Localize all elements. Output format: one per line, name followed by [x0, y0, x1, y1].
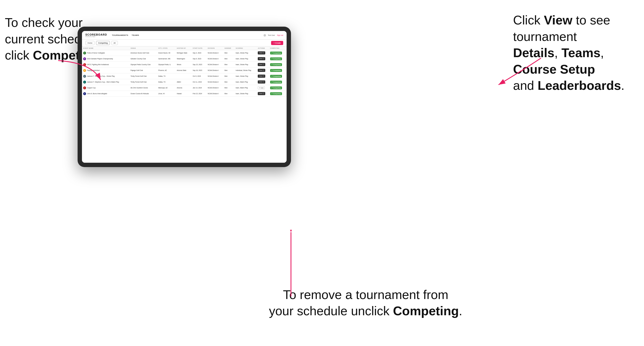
competing-badge[interactable]: ✓ Competing	[270, 69, 282, 72]
tablet-screen: SCOREBOARD Powered by clippd TOURNAMENTS…	[82, 31, 286, 163]
cell-actions[interactable]: View ⓘ	[256, 68, 269, 73]
cell-city-state: Phoenix, AZ	[157, 68, 176, 73]
cell-scoring: team, Stroke Play	[234, 62, 256, 68]
cell-city-state: Dallas, TX	[157, 73, 176, 79]
user-name: Test User	[268, 34, 275, 36]
competing-badge[interactable]: ✓ Competing	[270, 63, 282, 66]
cell-gender: Men	[223, 73, 234, 79]
cell-competing[interactable]: ✓ Competing	[269, 62, 286, 68]
event-name-text: OFCC Fighting Illini Invitational	[87, 64, 109, 65]
filter-competing[interactable]: Competing	[96, 41, 110, 45]
create-button[interactable]: + Create	[271, 41, 283, 45]
user-icon	[264, 34, 266, 36]
cell-actions[interactable]: View ⓘ	[256, 56, 269, 62]
team-logo: F	[83, 52, 86, 54]
cell-hosted-by: Hawaii	[176, 91, 191, 97]
view-button[interactable]: View ⓘ	[258, 57, 265, 60]
cell-competing[interactable]: ✓ Competing	[269, 68, 286, 73]
cell-city-state: Olympia Fields, IL	[157, 62, 176, 68]
cell-start-date: Sep 18, 2023	[192, 68, 206, 73]
cell-scoring: team, Match Play	[234, 85, 256, 91]
cell-venue: Sahalee Country Club	[129, 56, 157, 62]
col-city-state: CITY, STATE	[157, 46, 176, 50]
view-button[interactable]: View ⓘ	[258, 51, 265, 54]
cell-actions[interactable]: View ⓘ	[256, 79, 269, 85]
cell-gender: Men	[223, 85, 234, 91]
cell-scoring: team, Match Play	[234, 79, 256, 85]
table-row: A Copper Cup Ak-Chin Southern DunesMaric…	[82, 85, 286, 91]
table-row: J Jackson T. Stephens Cup – Men's Match …	[82, 79, 286, 85]
view-button[interactable]: View ⓘ	[258, 80, 265, 84]
event-name-text: Papago Individual	[87, 69, 100, 71]
team-logo: A	[83, 86, 86, 89]
cell-actions[interactable]: ✏ Edit	[256, 85, 269, 91]
cell-hosted-by: ABAC	[176, 79, 191, 85]
logo-subtitle: Powered by clippd	[85, 36, 107, 37]
filter-home[interactable]: Home	[85, 41, 94, 45]
nav-teams[interactable]: TEAMS	[132, 34, 139, 36]
col-actions: ACTIONS	[256, 46, 269, 50]
competing-badge[interactable]: ✓ Competing	[270, 86, 282, 89]
filter-all[interactable]: All	[111, 41, 118, 45]
cell-hosted-by	[176, 73, 191, 79]
cell-division: NCAA Division I	[206, 62, 223, 68]
cell-scoring: team, Stroke Play	[234, 91, 256, 97]
cell-actions[interactable]: View ⓘ	[256, 50, 269, 56]
competing-badge[interactable]: ✓ Competing	[270, 57, 282, 60]
cell-event-name: J Jackson T. Stephens Cup – Stroke Play	[82, 73, 129, 79]
cell-venue: Papago Golf Club	[129, 68, 157, 73]
cell-competing[interactable]: ✓ Competing	[269, 91, 286, 97]
competing-badge[interactable]: ✓ Competing	[270, 52, 282, 54]
col-gender: GENDER	[223, 46, 234, 50]
table-body: F Folds of Honor Collegiate American Dun…	[82, 50, 286, 97]
cell-division: NCAA Division I	[206, 85, 223, 91]
tablet: SCOREBOARD Powered by clippd TOURNAMENTS…	[78, 27, 291, 167]
cell-actions[interactable]: View ⓘ	[256, 91, 269, 97]
nav-tournaments[interactable]: TOURNAMENTS	[112, 34, 128, 36]
cell-division: NCAA Division I	[206, 91, 223, 97]
cell-city-state: Sammamish, WA	[157, 56, 176, 62]
cell-event-name: W 2023 Sahalee Players Championship	[82, 56, 129, 62]
cell-hosted-by: Arizona	[176, 85, 191, 91]
cell-start-date: Sep 15, 2023	[192, 62, 206, 68]
table-row: P Papago Individual Papago Golf ClubPhoe…	[82, 68, 286, 73]
cell-scoring: team, Stroke Play	[234, 73, 256, 79]
cell-venue: Trinity Forest Golf Club	[129, 79, 157, 85]
cell-start-date: Sep 4, 2023	[192, 50, 206, 56]
competing-badge[interactable]: ✓ Competing	[270, 81, 282, 84]
cell-actions[interactable]: View ⓘ	[256, 73, 269, 79]
competing-badge[interactable]: ✓ Competing	[270, 75, 282, 78]
view-button[interactable]: View ⓘ	[258, 75, 265, 78]
cell-competing[interactable]: ✓ Competing	[269, 50, 286, 56]
event-name-text: Copper Cup	[87, 87, 96, 89]
logo-title: SCOREBOARD	[85, 33, 107, 36]
cell-start-date: Sep 9, 2023	[192, 56, 206, 62]
view-button[interactable]: View ⓘ	[258, 92, 265, 95]
event-name-text: Folds of Honor Collegiate	[87, 52, 105, 54]
cell-event-name: F Folds of Honor Collegiate	[82, 50, 129, 56]
cell-competing[interactable]: ✓ Competing	[269, 79, 286, 85]
table-header-row: EVENT NAME VENUE CITY, STATE HOSTED BY S…	[82, 46, 286, 50]
cell-venue: American Dunes Golf Club	[129, 50, 157, 56]
view-button[interactable]: View ⓘ	[258, 63, 265, 66]
table-row: I OFCC Fighting Illini Invitational Olym…	[82, 62, 286, 68]
edit-button[interactable]: ✏ Edit	[258, 86, 265, 89]
cell-start-date: Jan 14, 2024	[192, 85, 206, 91]
view-button[interactable]: View ⓘ	[258, 69, 265, 72]
competing-badge[interactable]: ✓ Competing	[270, 92, 282, 95]
cell-division: NCAA Division I	[206, 50, 223, 56]
col-division: DIVISION	[206, 46, 223, 50]
event-name-text: 2023 Sahalee Players Championship	[87, 58, 113, 60]
cell-competing[interactable]: ✓ Competing	[269, 85, 286, 91]
cell-gender: Men	[223, 91, 234, 97]
cell-event-name: I OFCC Fighting Illini Invitational	[82, 62, 129, 68]
sign-out-link[interactable]: Sign out	[277, 34, 283, 36]
app-header: SCOREBOARD Powered by clippd TOURNAMENTS…	[82, 31, 286, 40]
cell-competing[interactable]: ✓ Competing	[269, 56, 286, 62]
cell-gender: Men	[223, 62, 234, 68]
cell-actions[interactable]: View ⓘ	[256, 62, 269, 68]
nav-links: TOURNAMENTS TEAMS	[112, 34, 139, 36]
cell-competing[interactable]: ✓ Competing	[269, 73, 286, 79]
team-logo: H	[83, 92, 86, 95]
scoreboard-logo: SCOREBOARD Powered by clippd	[85, 33, 107, 37]
